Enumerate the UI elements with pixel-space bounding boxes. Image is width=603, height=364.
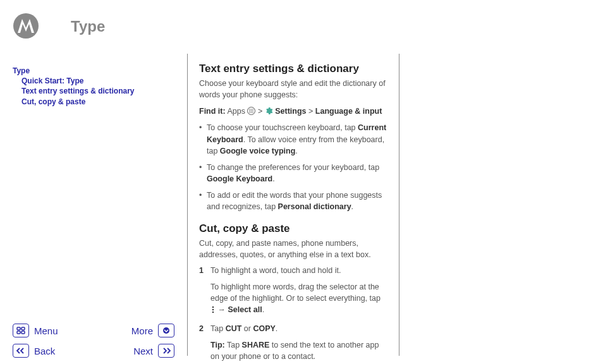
step-2: 2 Tap CUT or COPY. Tip: Tap SHARE to sen… [199, 323, 387, 362]
menu-icon [13, 324, 29, 337]
menu-label: Menu [34, 325, 58, 336]
svg-point-18 [163, 327, 169, 334]
findit-settings: Settings [275, 107, 306, 116]
svg-point-8 [250, 112, 251, 113]
svg-point-7 [253, 111, 254, 112]
svg-point-13 [212, 312, 214, 313]
svg-point-11 [212, 306, 214, 308]
section2-steps: 1 To highlight a word, touch and hold it… [199, 265, 387, 365]
back-icon [13, 344, 29, 358]
findit-lang: Language & input [315, 107, 382, 116]
svg-point-5 [250, 111, 251, 112]
bullet-3: To add or edit the words that your phone… [199, 190, 387, 212]
findit-gt2: > [308, 107, 313, 116]
next-button[interactable]: Next [94, 344, 174, 358]
back-label: Back [34, 346, 55, 356]
svg-rect-16 [17, 331, 20, 334]
step-1: 1 To highlight a word, touch and hold it… [199, 265, 387, 317]
toc-root[interactable]: Type [13, 66, 171, 76]
more-vert-icon [210, 305, 216, 317]
svg-rect-14 [17, 327, 20, 330]
bullet-2: To change the preferences for your keybo… [199, 162, 387, 185]
more-label: More [131, 325, 153, 336]
toc-item-textentry[interactable]: Text entry settings & dictionary [13, 86, 171, 96]
menu-button[interactable]: Menu [13, 324, 94, 337]
findit-gt1: > [258, 107, 262, 116]
section-heading-cutcopy: Cut, copy & paste [199, 222, 387, 235]
step2-tip: Tip: Tap SHARE to send the text to anoth… [210, 339, 387, 362]
gear-icon [265, 107, 275, 116]
next-icon [158, 344, 174, 358]
back-button[interactable]: Back [13, 344, 94, 358]
page-title: Type [71, 18, 105, 35]
findit-label: Find it: [199, 107, 226, 116]
section-heading-textentry: Text entry settings & dictionary [199, 63, 387, 75]
content-column: Text entry settings & dictionary Choose … [187, 54, 399, 356]
section1-intro: Choose your keyboard style and edit the … [199, 78, 387, 100]
section2-intro: Cut, copy, and paste names, phone number… [199, 238, 387, 260]
svg-point-10 [253, 112, 254, 113]
svg-point-9 [251, 112, 252, 113]
section1-bullets: To choose your touchscreen keyboard, tap… [199, 122, 387, 212]
apps-grid-icon [247, 107, 255, 118]
findit-apps: Apps [227, 107, 245, 116]
nav-buttons: Menu More Back Next [13, 322, 174, 363]
toc-item-cutcopy[interactable]: Cut, copy & paste [13, 97, 171, 107]
svg-point-0 [13, 13, 39, 39]
next-label: Next [133, 346, 153, 356]
more-icon [158, 324, 174, 337]
motorola-logo-icon [13, 13, 39, 39]
toc-item-quickstart[interactable]: Quick Start: Type [13, 76, 171, 86]
more-button[interactable]: More [94, 324, 174, 337]
svg-point-12 [212, 309, 214, 310]
bullet-1: To choose your touchscreen keyboard, tap… [199, 122, 387, 156]
svg-rect-15 [21, 327, 25, 330]
toc: Type Quick Start: Type Text entry settin… [13, 66, 171, 107]
svg-rect-17 [21, 331, 25, 334]
step1-sub: To highlight more words, drag the select… [210, 281, 387, 317]
svg-point-3 [251, 109, 252, 110]
find-it-path: Find it: Apps > Settings > Language & in… [199, 106, 387, 118]
svg-point-2 [250, 109, 251, 110]
svg-point-4 [253, 109, 254, 110]
svg-point-6 [251, 111, 252, 112]
